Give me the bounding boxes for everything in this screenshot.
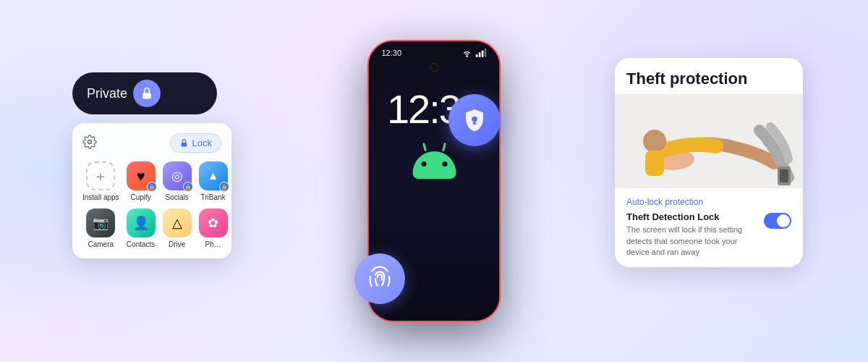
private-space-panel: Private Lock [72, 72, 231, 258]
app-img-cupify: ♥ 🔒 [127, 161, 156, 190]
svg-rect-0 [142, 93, 151, 98]
app-label-install: Install apps [82, 193, 119, 201]
theft-card-footer: Auto-lock protection Theft Detection Loc… [615, 188, 803, 266]
svg-point-6 [472, 117, 477, 122]
wifi-icon [461, 49, 473, 57]
app-icon-drive[interactable]: △ Drive [163, 209, 192, 248]
phone-time-display: 12:30 [382, 49, 402, 57]
fingerprint-icon [367, 266, 393, 292]
app-img-camera: 📷 [86, 209, 115, 237]
app-label-tribank: TriBank [201, 193, 226, 201]
install-apps-icon: ＋ [86, 161, 115, 190]
app-icon-contacts[interactable]: 👤 Contacts [127, 209, 156, 248]
robot-antenna-left [422, 143, 426, 151]
private-badge: Private [72, 72, 217, 114]
security-badge-cupify: 🔒 [147, 182, 157, 192]
robot-head [412, 151, 456, 179]
robot-eye-left [421, 161, 426, 167]
lock-icon [140, 86, 154, 101]
app-grid: ＋ Install apps ♥ 🔒 Cupify ◎ 🔒 Socials [82, 161, 221, 248]
svg-rect-12 [780, 169, 788, 182]
app-label-socials: Socials [165, 193, 188, 201]
theft-detection-title: Theft Detection Lock [626, 211, 758, 222]
auto-lock-label: Auto-lock protection [626, 197, 791, 207]
theft-illustration-svg [615, 94, 803, 188]
app-img-photos: ✿ [199, 209, 228, 237]
lock-small-icon [179, 138, 189, 148]
theft-card: Theft protection [615, 58, 803, 267]
app-icon-camera[interactable]: 📷 Camera [82, 209, 119, 248]
lock-button-label: Lock [192, 138, 212, 148]
app-img-contacts: 👤 [127, 209, 156, 237]
android-robot [405, 151, 463, 195]
signal-icons [461, 49, 487, 57]
theft-protection-panel: Theft protection [615, 58, 803, 267]
svg-rect-4 [482, 51, 484, 57]
theft-detection-row: Theft Detection Lock The screen will loc… [626, 211, 791, 258]
app-icon-socials[interactable]: ◎ 🔒 Socials [163, 161, 192, 201]
signal-icon [475, 49, 487, 57]
app-icon-photos[interactable]: ✿ Ph… [199, 209, 228, 248]
theft-detection-text: Theft Detection Lock The screen will loc… [626, 211, 758, 258]
theft-card-header: Theft protection [615, 58, 803, 94]
app-label-contacts: Contacts [127, 240, 155, 248]
security-badge-tribank: 🔒 [219, 182, 229, 192]
svg-rect-2 [476, 54, 478, 57]
theft-protection-title: Theft protection [626, 70, 791, 88]
phone-camera-cutout [430, 63, 438, 72]
lock-button[interactable]: Lock [170, 133, 221, 153]
toggle-knob [777, 214, 790, 227]
shield-key-icon [461, 107, 488, 133]
app-icon-install[interactable]: ＋ Install apps [82, 161, 119, 201]
theft-illustration [615, 94, 803, 188]
theft-detection-toggle[interactable] [764, 213, 791, 229]
robot-antenna-right [441, 143, 446, 151]
theft-detection-description: The screen will lock if this setting det… [626, 224, 758, 258]
app-img-drive: △ [163, 209, 192, 237]
security-badge-socials: 🔒 [183, 182, 193, 192]
app-icon-cupify[interactable]: ♥ 🔒 Cupify [127, 161, 156, 201]
app-drawer: Lock ＋ Install apps ♥ 🔒 Cupify ◎ � [72, 123, 231, 258]
drawer-header: Lock [82, 133, 221, 153]
svg-rect-1 [181, 143, 187, 146]
private-lock-circle [133, 80, 161, 107]
app-label-cupify: Cupify [130, 193, 150, 201]
private-label: Private [87, 86, 127, 101]
app-label-camera: Camera [88, 240, 114, 248]
floating-fingerprint-badge [354, 253, 405, 304]
svg-rect-3 [479, 52, 481, 57]
settings-icon[interactable] [82, 135, 100, 152]
app-img-socials: ◎ 🔒 [163, 161, 192, 190]
floating-shield-badge [448, 94, 501, 146]
svg-rect-5 [485, 49, 487, 57]
app-label-drive: Drive [169, 240, 185, 248]
app-img-tribank: ▲ 🔒 [199, 161, 228, 190]
svg-point-13 [643, 130, 666, 153]
app-icon-tribank[interactable]: ▲ 🔒 TriBank [199, 161, 228, 201]
app-label-photos: Ph… [205, 240, 221, 248]
svg-rect-14 [645, 151, 664, 176]
phone-status-bar: 12:30 [369, 41, 500, 57]
robot-eye-right [442, 161, 447, 167]
